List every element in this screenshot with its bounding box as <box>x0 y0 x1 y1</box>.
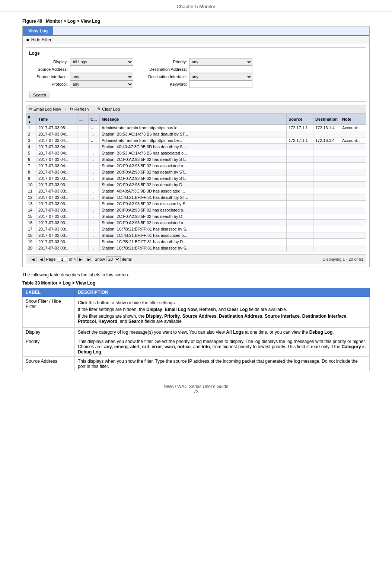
of-label: of 4 <box>69 257 76 261</box>
page-input[interactable] <box>57 257 67 262</box>
table-row: 102017-07-03 03:.........Station: 2C:F0:… <box>26 182 366 188</box>
destination-interface-select[interactable]: any <box>189 73 252 80</box>
email-log-now-label: Email Log Now <box>34 107 61 111</box>
col-header-time[interactable]: Time <box>36 114 77 125</box>
logs-label: Logs <box>29 51 363 56</box>
toolbar-sep1: | <box>65 107 66 111</box>
row-description: Select the category of log message(s) yo… <box>75 328 370 337</box>
displaying-text: Displaying 1 - 20 of 61 <box>323 257 363 261</box>
email-icon: ✉ <box>29 107 32 112</box>
page-footer: NWA / WAC Series User's Guide 73 <box>0 382 392 397</box>
col-header-destination[interactable]: Destination <box>313 114 340 125</box>
table-row: 122017-07-03 03:.........Station: 1C:7B:… <box>26 194 366 201</box>
email-log-now-button[interactable]: ✉ Email Log Now <box>29 107 61 112</box>
table-row: 112017-07-03 03:.........Station: 40:40:… <box>26 188 366 194</box>
source-interface-label: Source Interface: <box>29 73 70 80</box>
items-label: items <box>122 257 132 261</box>
table-row: 92017-07-03 03:.........Station: 2C:F0:A… <box>26 175 366 182</box>
destination-interface-label: Destination Interface: <box>141 73 189 80</box>
row-label: Show Filter / Hide Filter <box>23 297 75 328</box>
toolbar: ✉ Email Log Now | ↻ Refresh | ✎ Clear Lo… <box>26 105 366 114</box>
source-address-label: Source Address: <box>29 66 70 73</box>
description-table: LABEL DESCRIPTION Show Filter / Hide Fil… <box>22 288 370 371</box>
col-header-message[interactable]: Message <box>100 114 287 125</box>
page-last-button[interactable]: ▶| <box>86 257 93 262</box>
hide-filter-bar[interactable]: ■ Hide Filter <box>23 36 369 44</box>
clear-log-button[interactable]: ✎ Clear Log <box>97 107 120 112</box>
page-prev-button[interactable]: ◀ <box>38 257 45 262</box>
table-row: 72017-07-03 04:.........Station: 2C:F0:A… <box>26 163 366 169</box>
search-button-label: Search <box>33 93 46 97</box>
display-select[interactable]: All Logs <box>70 58 133 66</box>
table-row: Display Select the category of log messa… <box>23 328 370 337</box>
row-description: Click this button to show or hide the fi… <box>75 297 370 328</box>
footer-page: 73 <box>0 389 392 394</box>
row-label: Display <box>23 328 75 337</box>
log-table: # ▲ Time ... C... Message Source Destina… <box>26 114 366 251</box>
table-row: Priority This displays when you show the… <box>23 337 370 357</box>
keyword-input[interactable] <box>189 80 252 88</box>
col-header-note[interactable]: Note <box>340 114 366 125</box>
table-row: 182017-07-03 03:.........Station: 1C:7B:… <box>26 232 366 239</box>
row-description: This displays when you show the filter. … <box>75 357 370 371</box>
hide-filter-label: Hide Filter <box>31 37 52 42</box>
tab-view-log[interactable]: View Log <box>23 26 53 35</box>
col-header-source[interactable]: Source <box>287 114 313 125</box>
col-header-c[interactable]: C... <box>89 114 100 125</box>
protocol-label: Protocol: <box>29 80 70 88</box>
view-log-panel: View Log ■ Hide Filter Logs Display: All… <box>22 26 370 267</box>
table-row: 62017-07-03 04:.........Station: 2C:F0:A… <box>26 156 366 163</box>
table-row: Show Filter / Hide Filter Click this but… <box>23 297 370 328</box>
chapter-title: Chapter 5 Monitor <box>176 4 215 9</box>
table-row: 202017-07-03 03:.........Station: 1C:7B:… <box>26 245 366 251</box>
row-label: Source Address <box>23 357 75 371</box>
priority-select[interactable]: any <box>189 58 252 66</box>
table-row: 42017-07-03 04:.........Station: 40:40:A… <box>26 144 366 150</box>
figure-number: Figure 40 <box>22 19 42 24</box>
table-row: 22017-07-03 04:.........Station: B8:53:A… <box>26 131 366 137</box>
log-table-wrap: # ▲ Time ... C... Message Source Destina… <box>26 114 366 251</box>
figure-title: Figure 40 Monitor > Log > View Log <box>22 19 370 24</box>
destination-address-input[interactable] <box>189 66 252 73</box>
row-description: This displays when you show the filter. … <box>75 337 370 357</box>
page-label: Page <box>46 257 56 261</box>
table-row: 52017-07-03 04:.........Station: B8:53:A… <box>26 150 366 156</box>
table-row: 142017-07-03 03:.........Station: 2C:F0:… <box>26 207 366 213</box>
table-row: 82017-07-03 04:.........Station: 2C:F0:A… <box>26 169 366 175</box>
col-header-num[interactable]: # ▲ <box>26 114 36 125</box>
source-address-input[interactable] <box>70 66 133 73</box>
show-select[interactable]: 20 <box>106 256 121 262</box>
desc-col-description: DESCRIPTION <box>75 288 370 297</box>
figure-subtitle: Monitor > Log > View Log <box>46 19 100 24</box>
refresh-button[interactable]: ↻ Refresh <box>70 107 89 112</box>
priority-label: Priority: <box>141 58 189 66</box>
destination-address-label: Destination Address: <box>141 66 189 73</box>
col-header-dots1[interactable]: ... <box>77 114 89 125</box>
clear-log-label: Clear Log <box>102 107 120 111</box>
table-row: 172017-07-03 03:.........Station: 1C:7B:… <box>26 226 366 232</box>
toolbar-sep2: | <box>92 107 93 111</box>
desc-col-label: LABEL <box>23 288 75 297</box>
tab-view-log-label: View Log <box>28 28 48 34</box>
footer-title: NWA / WAC Series User's Guide <box>0 384 392 389</box>
table-row: 162017-07-03 03:.........Station: 2C:F0:… <box>26 220 366 226</box>
table-row: Source Address This displays when you sh… <box>23 357 370 371</box>
page-next-button[interactable]: ▶ <box>77 257 84 262</box>
refresh-label: Refresh <box>74 107 89 111</box>
table-row: 152017-07-03 03:.........Station: 2C:F0:… <box>26 213 366 220</box>
source-interface-select[interactable]: any <box>70 73 133 80</box>
pagination-bar: |◀ ◀ Page of 4 ▶ ▶| Show 20 items Displa… <box>26 254 366 264</box>
table-row: 132017-07-03 03:.........Station: 2C:F0:… <box>26 201 366 207</box>
table-row: 192017-07-03 03:.........Station: 1C:7B:… <box>26 239 366 245</box>
row-label: Priority <box>23 337 75 357</box>
search-button[interactable]: Search <box>29 92 50 98</box>
clear-icon: ✎ <box>97 107 101 112</box>
table-row: 12017-07-03 05:......U...Administrator a… <box>26 125 366 131</box>
page-first-button[interactable]: |◀ <box>29 257 36 262</box>
logs-section: Logs Display: All Logs Priority: any <box>26 47 366 102</box>
refresh-icon: ↻ <box>70 107 73 112</box>
table-row: 32017-07-03 04:......U...Administrator a… <box>26 137 366 144</box>
table33-title: Table 33 Monitor > Log > View Log <box>22 280 370 286</box>
protocol-select[interactable]: any <box>70 80 133 88</box>
section-description: The following table describes the labels… <box>22 272 370 277</box>
